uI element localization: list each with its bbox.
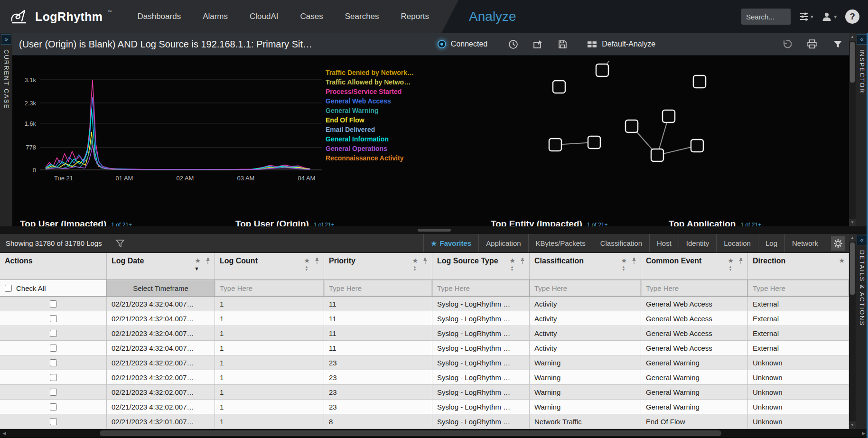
scroll-left-icon[interactable]: ◀ [0,429,9,438]
nav-item-cloudai[interactable]: CloudAI [250,12,278,21]
pin-icon[interactable] [205,257,211,264]
row-checkbox[interactable] [50,345,57,352]
graph-node[interactable] [651,149,663,161]
search-input[interactable] [741,9,791,25]
horizontal-splitter[interactable] [0,226,868,234]
table-row[interactable]: 02/21/2023 4:32:02.007…123Syslog - LogRh… [0,370,849,385]
star-icon[interactable]: ★ [839,257,845,264]
tab-identity[interactable]: Identity [679,234,716,252]
details-actions-toggle-icon[interactable]: « [857,235,867,245]
sort-toggle-icon[interactable]: ▲▼ [646,266,744,271]
nav-item-searches[interactable]: Searches [345,12,379,21]
pin-icon[interactable] [314,257,320,264]
table-row[interactable]: 02/21/2023 4:32:04.007…111Syslog - LogRh… [0,326,849,341]
table-row[interactable]: 02/21/2023 4:32:01.007…18Syslog - LogRhy… [0,414,849,429]
nav-item-reports[interactable]: Reports [401,12,429,21]
star-icon[interactable]: ★ [509,257,515,264]
help-button[interactable]: ? [845,9,859,24]
widget-pager[interactable]: 1 of 21+ [587,222,608,226]
check-all-checkbox[interactable] [5,285,12,292]
row-checkbox[interactable] [50,403,57,410]
scroll-down-icon[interactable]: ▼ [849,421,856,429]
column-header-common_event[interactable]: Common Event★▲▼ [641,253,748,280]
widget-pager[interactable]: 1 of 21+ [314,222,335,226]
graph-node[interactable] [693,75,706,88]
column-header-log_date[interactable]: Log Date★▼ [107,253,215,280]
star-icon[interactable]: ★ [621,257,627,264]
splitter-handle-icon[interactable] [418,229,451,232]
user-menu-button[interactable]: ▾ [821,12,837,21]
legend-item[interactable]: Email Delivered [326,125,414,134]
sort-toggle-icon[interactable]: ▲▼ [329,266,428,271]
tab-network[interactable]: Network [784,234,825,252]
table-row[interactable]: 02/21/2023 4:32:04.007…111Syslog - LogRh… [0,341,849,355]
column-header-direction[interactable]: Direction★ [748,253,849,280]
timeframe-filter-button[interactable]: Select Timeframe [107,280,214,296]
row-checkbox[interactable] [50,374,57,381]
filter-button[interactable] [832,38,843,50]
scroll-handle[interactable] [850,242,855,295]
legend-item[interactable]: Traffic Allowed by Netwo… [326,77,414,87]
graph-node[interactable] [691,140,703,152]
graph-node[interactable] [596,64,608,76]
legend-item[interactable]: End Of Flow [326,115,414,125]
legend-item[interactable]: General Web Access [326,96,414,106]
filter-input-log_source_type[interactable]: Type Here [433,280,529,296]
pin-to-dashboard-button[interactable] [532,38,543,50]
widget-pager[interactable]: 1 of 21+ [740,222,761,226]
undo-button[interactable] [781,38,792,50]
star-icon[interactable]: ★ [195,257,201,264]
print-button[interactable] [806,38,818,50]
legend-item[interactable]: Traffic Denied by Network… [326,68,414,77]
sort-toggle-icon[interactable]: ▲▼ [220,266,320,271]
brand[interactable]: LogRhythm ™ [0,0,112,33]
nav-item-analyze-active[interactable]: Analyze [469,9,516,24]
scroll-track[interactable] [849,41,856,219]
view-selector[interactable]: Default-Analyze [587,40,655,48]
table-row[interactable]: 02/21/2023 4:32:02.007…123Syslog - LogRh… [0,385,849,400]
legend-item[interactable]: General Information [326,134,414,144]
sort-toggle-icon[interactable]: ▲▼ [534,266,637,271]
column-header-priority[interactable]: Priority★▲▼ [324,253,432,280]
tab-location[interactable]: Location [716,234,758,252]
star-icon[interactable]: ★ [412,257,418,264]
filter-input-classification[interactable]: Type Here [530,280,640,296]
column-header-log_count[interactable]: Log Count★▲▼ [215,253,324,280]
row-checkbox[interactable] [50,359,57,366]
filter-input-priority[interactable]: Type Here [325,280,431,296]
details-actions-panel[interactable]: « DETAILS & ACTIONS [856,234,868,429]
scroll-up-icon[interactable]: ▲ [849,234,856,242]
analyze-scrollbar[interactable]: ▲ ▼ [849,33,856,226]
table-row[interactable]: 02/21/2023 4:32:04.007…111Syslog - LogRh… [0,311,849,326]
row-checkbox[interactable] [50,389,57,396]
nav-item-dashboards[interactable]: Dashboards [137,12,181,21]
inspector-toggle-icon[interactable]: « [857,34,867,45]
table-row[interactable]: 02/21/2023 4:32:04.007…111Syslog - LogRh… [0,297,849,311]
tab-kbytes-packets[interactable]: KBytes/Packets [528,234,593,252]
legend-item[interactable]: General Operations [326,144,414,153]
tab-host[interactable]: Host [649,234,679,252]
column-header-actions[interactable]: Actions [0,253,107,280]
tab-log[interactable]: Log [758,234,784,252]
tab-classification[interactable]: Classification [593,234,649,252]
sort-desc-icon[interactable]: ▼ [112,266,211,271]
legend-item[interactable]: Reconnaissance Activity [326,153,414,163]
logs-filter-button[interactable] [115,239,125,248]
star-icon[interactable]: ★ [304,257,310,264]
sort-toggle-icon[interactable]: ▲▼ [437,266,525,271]
time-range-button[interactable] [507,38,519,50]
legend-item[interactable]: General Warning [326,106,414,115]
horizontal-scroll-handle[interactable] [100,430,721,436]
graph-node[interactable] [549,139,561,151]
scroll-right-icon[interactable]: ▶ [859,429,868,438]
save-button[interactable] [557,38,568,50]
row-checkbox[interactable] [50,330,57,337]
column-header-classification[interactable]: Classification★▲▼ [530,253,641,280]
table-row[interactable]: 02/21/2023 4:32:02.007…123Syslog - LogRh… [0,400,849,414]
pin-icon[interactable] [631,257,637,264]
filter-input-direction[interactable]: Type Here [748,280,848,296]
grid-settings-button[interactable] [831,236,845,251]
nav-item-alarms[interactable]: Alarms [203,12,228,21]
horizontal-scrollbar[interactable]: ◀ ▶ [0,429,868,438]
tab-application[interactable]: Application [478,234,528,252]
